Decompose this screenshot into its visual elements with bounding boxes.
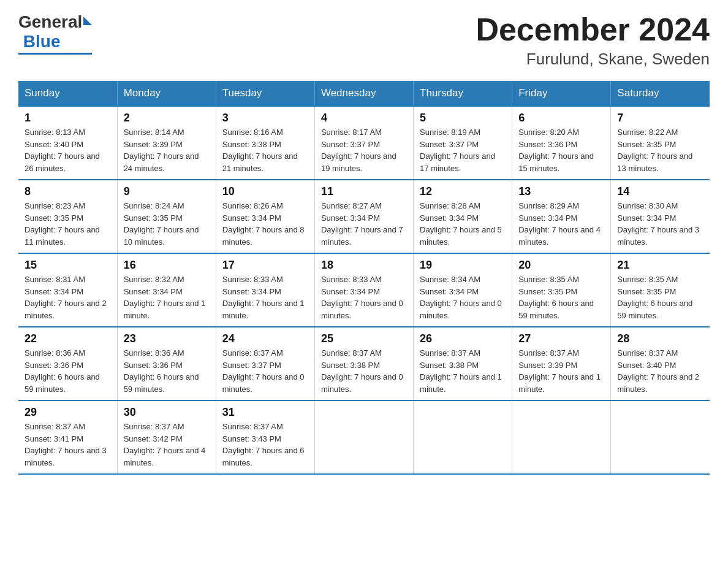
sunrise-label: Sunrise: 8:37 AM bbox=[25, 422, 85, 431]
sunrise-label: Sunrise: 8:33 AM bbox=[222, 275, 283, 284]
column-header-saturday: Saturday bbox=[611, 81, 710, 106]
daylight-label: Daylight: 7 hours and 0 minutes. bbox=[321, 372, 403, 394]
day-number: 20 bbox=[518, 259, 604, 272]
calendar-cell bbox=[314, 400, 413, 474]
daylight-label: Daylight: 6 hours and 59 minutes. bbox=[124, 372, 199, 394]
sunrise-label: Sunrise: 8:36 AM bbox=[124, 348, 184, 358]
sunset-label: Sunset: 3:34 PM bbox=[321, 213, 380, 223]
calendar-cell bbox=[512, 400, 611, 474]
day-number: 25 bbox=[321, 332, 407, 345]
day-number: 12 bbox=[420, 185, 506, 198]
sunrise-label: Sunrise: 8:37 AM bbox=[222, 348, 283, 358]
sunrise-label: Sunrise: 8:27 AM bbox=[321, 201, 382, 210]
calendar-cell: 1Sunrise: 8:13 AMSunset: 3:40 PMDaylight… bbox=[18, 106, 117, 180]
calendar-cell: 21Sunrise: 8:35 AMSunset: 3:35 PMDayligh… bbox=[611, 253, 710, 327]
sunset-label: Sunset: 3:42 PM bbox=[124, 434, 183, 443]
sunset-label: Sunset: 3:36 PM bbox=[25, 361, 83, 370]
day-number: 1 bbox=[25, 112, 111, 124]
sunset-label: Sunset: 3:37 PM bbox=[420, 140, 479, 149]
daylight-label: Daylight: 7 hours and 3 minutes. bbox=[617, 225, 699, 247]
sunset-label: Sunset: 3:38 PM bbox=[321, 361, 380, 370]
day-info: Sunrise: 8:37 AMSunset: 3:39 PMDaylight:… bbox=[518, 347, 604, 395]
daylight-label: Daylight: 7 hours and 0 minutes. bbox=[321, 299, 403, 320]
page-title: December 2024 bbox=[476, 12, 710, 47]
calendar-cell: 13Sunrise: 8:29 AMSunset: 3:34 PMDayligh… bbox=[512, 180, 611, 253]
sunset-label: Sunset: 3:34 PM bbox=[617, 213, 676, 223]
calendar-cell: 12Sunrise: 8:28 AMSunset: 3:34 PMDayligh… bbox=[414, 180, 512, 253]
calendar-cell: 29Sunrise: 8:37 AMSunset: 3:41 PMDayligh… bbox=[18, 400, 117, 474]
calendar-cell: 9Sunrise: 8:24 AMSunset: 3:35 PMDaylight… bbox=[117, 180, 216, 253]
sunset-label: Sunset: 3:39 PM bbox=[518, 361, 577, 370]
day-info: Sunrise: 8:37 AMSunset: 3:37 PMDaylight:… bbox=[222, 347, 308, 395]
sunset-label: Sunset: 3:35 PM bbox=[617, 140, 676, 149]
sunset-label: Sunset: 3:34 PM bbox=[518, 213, 577, 223]
sunset-label: Sunset: 3:37 PM bbox=[222, 361, 281, 370]
day-number: 8 bbox=[25, 185, 111, 198]
day-info: Sunrise: 8:36 AMSunset: 3:36 PMDaylight:… bbox=[25, 347, 111, 395]
day-number: 23 bbox=[124, 332, 210, 345]
sunrise-label: Sunrise: 8:37 AM bbox=[124, 422, 184, 431]
sunset-label: Sunset: 3:37 PM bbox=[321, 140, 380, 149]
calendar-cell: 18Sunrise: 8:33 AMSunset: 3:34 PMDayligh… bbox=[314, 253, 413, 327]
day-number: 29 bbox=[25, 406, 111, 419]
sunrise-label: Sunrise: 8:31 AM bbox=[25, 275, 85, 284]
sunrise-label: Sunrise: 8:37 AM bbox=[420, 348, 480, 358]
sunset-label: Sunset: 3:34 PM bbox=[420, 213, 479, 223]
day-info: Sunrise: 8:36 AMSunset: 3:36 PMDaylight:… bbox=[124, 347, 210, 395]
sunset-label: Sunset: 3:35 PM bbox=[124, 213, 183, 223]
page-header: General Blue December 2024 Furulund, Ska… bbox=[18, 12, 710, 69]
day-info: Sunrise: 8:34 AMSunset: 3:34 PMDaylight:… bbox=[420, 274, 506, 321]
calendar-cell: 17Sunrise: 8:33 AMSunset: 3:34 PMDayligh… bbox=[216, 253, 314, 327]
title-block: December 2024 Furulund, Skane, Sweden bbox=[476, 12, 710, 69]
daylight-label: Daylight: 7 hours and 11 minutes. bbox=[25, 225, 100, 247]
sunrise-label: Sunrise: 8:33 AM bbox=[321, 275, 382, 284]
logo-blue-text: Blue bbox=[18, 32, 60, 52]
sunrise-label: Sunrise: 8:13 AM bbox=[25, 128, 85, 137]
column-header-friday: Friday bbox=[512, 81, 611, 106]
day-info: Sunrise: 8:37 AMSunset: 3:38 PMDaylight:… bbox=[321, 347, 407, 395]
daylight-label: Daylight: 7 hours and 1 minute. bbox=[124, 299, 206, 320]
daylight-label: Daylight: 7 hours and 0 minutes. bbox=[420, 299, 502, 320]
day-number: 4 bbox=[321, 112, 407, 124]
sunrise-label: Sunrise: 8:23 AM bbox=[25, 201, 85, 210]
day-number: 31 bbox=[222, 406, 308, 419]
day-info: Sunrise: 8:23 AMSunset: 3:35 PMDaylight:… bbox=[25, 200, 111, 248]
daylight-label: Daylight: 6 hours and 59 minutes. bbox=[25, 372, 100, 394]
day-number: 24 bbox=[222, 332, 308, 345]
calendar-cell: 28Sunrise: 8:37 AMSunset: 3:40 PMDayligh… bbox=[611, 327, 710, 400]
calendar-cell: 4Sunrise: 8:17 AMSunset: 3:37 PMDaylight… bbox=[314, 106, 413, 180]
sunset-label: Sunset: 3:40 PM bbox=[25, 140, 83, 149]
calendar-header-row: SundayMondayTuesdayWednesdayThursdayFrid… bbox=[18, 81, 710, 106]
daylight-label: Daylight: 7 hours and 13 minutes. bbox=[617, 151, 692, 173]
daylight-label: Daylight: 7 hours and 17 minutes. bbox=[420, 151, 495, 173]
daylight-label: Daylight: 7 hours and 2 minutes. bbox=[617, 372, 699, 394]
day-number: 27 bbox=[518, 332, 604, 345]
day-info: Sunrise: 8:37 AMSunset: 3:42 PMDaylight:… bbox=[124, 421, 210, 469]
column-header-tuesday: Tuesday bbox=[216, 81, 314, 106]
sunrise-label: Sunrise: 8:16 AM bbox=[222, 128, 283, 137]
day-info: Sunrise: 8:37 AMSunset: 3:40 PMDaylight:… bbox=[617, 347, 703, 395]
sunrise-label: Sunrise: 8:28 AM bbox=[420, 201, 480, 210]
day-number: 21 bbox=[617, 259, 703, 272]
sunset-label: Sunset: 3:38 PM bbox=[420, 361, 479, 370]
sunset-label: Sunset: 3:34 PM bbox=[222, 213, 281, 223]
day-info: Sunrise: 8:37 AMSunset: 3:38 PMDaylight:… bbox=[420, 347, 506, 395]
day-number: 26 bbox=[420, 332, 506, 345]
logo-triangle-icon bbox=[83, 17, 92, 25]
page-subtitle: Furulund, Skane, Sweden bbox=[476, 50, 710, 69]
day-info: Sunrise: 8:37 AMSunset: 3:43 PMDaylight:… bbox=[222, 421, 308, 469]
day-info: Sunrise: 8:29 AMSunset: 3:34 PMDaylight:… bbox=[518, 200, 604, 248]
calendar-week-row: 15Sunrise: 8:31 AMSunset: 3:34 PMDayligh… bbox=[18, 253, 710, 327]
day-number: 14 bbox=[617, 185, 703, 198]
calendar-cell: 16Sunrise: 8:32 AMSunset: 3:34 PMDayligh… bbox=[117, 253, 216, 327]
sunset-label: Sunset: 3:40 PM bbox=[617, 361, 676, 370]
calendar-cell: 24Sunrise: 8:37 AMSunset: 3:37 PMDayligh… bbox=[216, 327, 314, 400]
calendar-week-row: 1Sunrise: 8:13 AMSunset: 3:40 PMDaylight… bbox=[18, 106, 710, 180]
day-number: 28 bbox=[617, 332, 703, 345]
logo-underline bbox=[18, 53, 92, 55]
day-info: Sunrise: 8:16 AMSunset: 3:38 PMDaylight:… bbox=[222, 126, 308, 174]
calendar-cell: 30Sunrise: 8:37 AMSunset: 3:42 PMDayligh… bbox=[117, 400, 216, 474]
sunrise-label: Sunrise: 8:20 AM bbox=[518, 128, 579, 137]
column-header-monday: Monday bbox=[117, 81, 216, 106]
calendar-cell: 19Sunrise: 8:34 AMSunset: 3:34 PMDayligh… bbox=[414, 253, 512, 327]
